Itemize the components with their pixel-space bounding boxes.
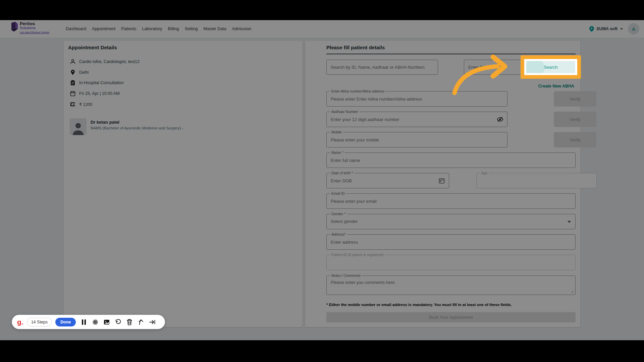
scroll-up-button[interactable] (138, 319, 144, 325)
done-button[interactable]: Done (55, 318, 76, 326)
annotation-arrow-icon (451, 54, 512, 99)
ripple-effect (526, 61, 544, 73)
trash-icon (126, 319, 132, 325)
blur-button[interactable] (92, 319, 99, 325)
screenshot-button[interactable] (103, 319, 110, 325)
steps-counter-button[interactable]: 14 Steps (27, 318, 52, 326)
search-button[interactable]: Search (526, 61, 575, 73)
pause-icon (81, 319, 87, 325)
undo-button[interactable] (115, 319, 121, 325)
pause-button[interactable] (80, 319, 87, 325)
up-arrow-icon (138, 319, 144, 325)
undo-icon (115, 319, 121, 325)
app-viewport: Peritos Solutions Lets make Difference T… (0, 20, 644, 340)
recorder-toolbar: g. 14 Steps Done (12, 315, 165, 329)
next-step-button[interactable] (149, 319, 156, 325)
delete-button[interactable] (126, 319, 133, 325)
image-icon (103, 319, 110, 325)
skip-forward-icon (149, 319, 156, 325)
guidde-logo: g. (17, 318, 23, 325)
blur-icon (92, 319, 99, 325)
screenshot-stage: Peritos Solutions Lets make Difference T… (0, 0, 644, 362)
step-highlight-box: Search (521, 55, 581, 79)
